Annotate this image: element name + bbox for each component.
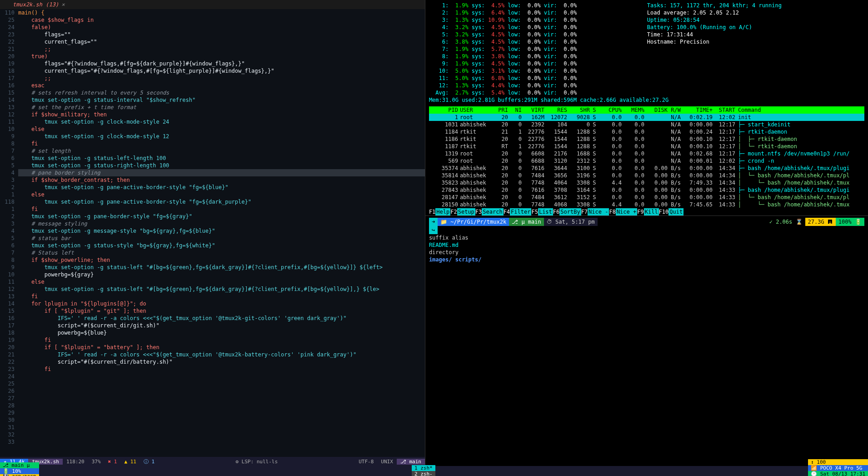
process-row[interactable]: 569root200668831202312S0.00.0N/A0:00.011… [429, 157, 864, 165]
fkey-help[interactable]: F1 [429, 208, 435, 215]
code-line[interactable]: # message styling [18, 220, 425, 227]
code-line[interactable]: IFS=' ' read -r -a colors <<<"$(get_tmux… [18, 351, 425, 358]
code-line[interactable]: # status bar [18, 235, 425, 242]
code-line[interactable]: tmux set-option -g message-style "bg=${g… [18, 227, 425, 235]
code-line[interactable]: script="#($current_dir/git.sh)" [18, 322, 425, 329]
process-header[interactable]: PIDUSERPRINIVIRTRESSHRSCPU%MEM%DISK R/WT… [429, 106, 864, 114]
code-line[interactable]: # sets refresh interval to every 5 secon… [18, 89, 425, 96]
code-line[interactable]: else [18, 125, 425, 133]
tmux-seg[interactable]: 💾 2GB/30GB [0, 474, 39, 476]
fkey-setup[interactable]: F2 [450, 208, 457, 215]
fkey-search[interactable]: F3 [475, 208, 482, 215]
code-line[interactable]: fi [18, 336, 425, 344]
process-row[interactable]: 27843abhishek200761637083164S0.00.00.00 … [429, 186, 864, 194]
code-line[interactable]: fi [18, 293, 425, 300]
htop-function-keys[interactable]: F1Help F2Setup F3SearchF4FilterF5List F6… [429, 208, 864, 215]
tmux-seg[interactable]: 🕐 Sat 08/13 17:31 [808, 471, 868, 476]
code-line[interactable]: if $show_powerline; then [18, 256, 425, 264]
code-line[interactable]: flags="#{?window_flags,#[fg=${dark_purpl… [18, 60, 425, 67]
code-line[interactable]: fi [18, 366, 425, 373]
fkey-list[interactable]: F5 [531, 208, 538, 215]
code-line[interactable]: tmux set-option -g clock-mode-style 12 [18, 133, 425, 140]
battery-status: Battery: 100.0% (Running on A/C) [647, 24, 864, 31]
code-line[interactable]: # Status left [18, 249, 425, 256]
code-line[interactable]: tmux set-option -g status-interval "$sho… [18, 96, 425, 104]
info-count: ⓘ 1 [140, 458, 158, 465]
code-line[interactable]: else [18, 278, 425, 286]
process-list[interactable]: 1root200162M120729028S0.00.0N/A0:02.1912… [429, 114, 864, 208]
code-line[interactable]: ;; [18, 45, 425, 53]
code-line[interactable]: tmux set-option -g clock-mode-style 24 [18, 118, 425, 125]
code-line[interactable]: false) [18, 24, 425, 31]
code-line[interactable]: if $show_military; then [18, 111, 425, 118]
uptime: Uptime: 05:28:54 [647, 16, 864, 24]
prompt-continuation-icon: ↪ [429, 226, 438, 234]
process-row[interactable]: 1184rtkit2112277615441288S0.00.0N/A0:00.… [429, 128, 864, 135]
fkey-kill[interactable]: F9 [637, 208, 644, 215]
code-line[interactable]: if $show_border_contrast; then [18, 176, 425, 184]
close-icon[interactable]: × [61, 1, 65, 8]
code-line[interactable]: tmux set-option -g pane-active-border-st… [18, 184, 425, 191]
code-line[interactable]: ;; [18, 75, 425, 82]
code-line[interactable]: tmux set-option -g pane-active-border-st… [18, 198, 425, 205]
process-row[interactable]: 1186rtkit2002277615441288S0.00.0N/A0:00.… [429, 135, 864, 143]
tmux-seg[interactable]: 📶 POCO X4 Pro 5G [808, 465, 868, 471]
code-line[interactable]: powerbg=${blue} [18, 329, 425, 336]
fkey-nice -[interactable]: F7 [581, 208, 588, 215]
process-row[interactable]: 35374abhishek200761636443100S0.00.00.00 … [429, 165, 864, 172]
system-info: Tasks: 157, 1172 thr, 204 kthr; 4 runnin… [638, 2, 864, 96]
tmux-seg[interactable]: 🔋 10% [0, 468, 39, 474]
right-pane: 1: 1.9% sys: 4.5% low: 0.0% vir: 0.0% 2:… [425, 0, 868, 466]
code-line[interactable]: fi [18, 140, 425, 147]
battery-pct: 100% 🔋 [836, 218, 864, 226]
code-line[interactable]: tmux set-option -g status-style "bg=${gr… [18, 242, 425, 249]
code-line[interactable]: if [ "$lplugin" = "battery" ]; then [18, 344, 425, 351]
process-row[interactable]: 28147abhishek200748436123152S0.00.00.00 … [429, 194, 864, 201]
editor-tab[interactable]: tmux2k.sh (13)× [9, 1, 68, 8]
tmux-seg[interactable]: 1 zsh* [412, 465, 435, 471]
code-line[interactable]: # pane border styling [18, 169, 425, 176]
code-line[interactable]: tmux set-option -g status-left "#[bg=${g… [18, 264, 425, 271]
code-line[interactable]: main() { [18, 9, 425, 16]
process-row[interactable]: 28150abhishek200774840683308S4.40.00.00 … [429, 201, 864, 208]
terminal-pane[interactable]: ➜ 📁 ~/Pr/Gi/Pr/tmux2k ⎇ μ main ⏱ Sat, 5:… [425, 215, 868, 466]
code-line[interactable]: IFS=' ' read -r -a colors <<<"$(get_tmux… [18, 315, 425, 322]
process-row[interactable]: 1root200162M120729028S0.00.0N/A0:02.1912… [429, 114, 864, 121]
code-line[interactable]: else [18, 191, 425, 198]
fkey-filter[interactable]: F4 [504, 208, 510, 215]
code-line[interactable]: # set the prefix + t time format [18, 104, 425, 111]
code-line[interactable]: powerbg=${gray} [18, 271, 425, 278]
fkey-sortby[interactable]: F6 [553, 208, 559, 215]
process-row[interactable]: 35814abhishek200748436563196S0.00.00.00 … [429, 172, 864, 179]
process-row[interactable]: 1319root200660821761688S0.00.0N/A0:02.68… [429, 150, 864, 157]
fkey-nice +[interactable]: F8 [609, 208, 615, 215]
code-line[interactable]: if [ "$lplugin" = "git" ]; then [18, 307, 425, 315]
code-line[interactable]: # set length [18, 147, 425, 155]
tmux-seg[interactable]: ↕ 100 [808, 459, 868, 465]
fkey-quit[interactable]: F10 [659, 208, 669, 215]
git-branch: ⎇ main [397, 459, 425, 465]
code-line[interactable]: script="#($current_dir/battery.sh)" [18, 358, 425, 366]
process-row[interactable]: 1187rtkitRT12277615441288S0.00.0N/A0:00.… [429, 143, 864, 150]
code-line[interactable]: true) [18, 53, 425, 60]
tmux-seg[interactable]: 2 zsh- [412, 471, 435, 476]
process-row[interactable]: 1031abhishek20023921040S0.00.0N/A0:00.00… [429, 121, 864, 128]
code-line[interactable]: tmux set-option -g status-left-length 10… [18, 155, 425, 162]
code-line[interactable]: current_flags="#{?window_flags,#[fg=${li… [18, 67, 425, 75]
vim-statusline: ★ 11.4k tmux2k.sh 118:20 37% ✖ 1 ▲ 11 ⓘ … [0, 457, 425, 466]
encoding: UTF-8 [355, 459, 377, 465]
code-line[interactable]: tmux set-option -g status-right-length 1… [18, 162, 425, 169]
cpu-meters: 1: 1.9% sys: 4.5% low: 0.0% vir: 0.0% 2:… [429, 2, 638, 96]
htop-panel[interactable]: 1: 1.9% sys: 4.5% low: 0.0% vir: 0.0% 2:… [425, 0, 868, 215]
code-editor[interactable]: 1102524232221201918171615141312111098765… [0, 9, 425, 457]
code-line[interactable]: esac [18, 82, 425, 89]
tmux-seg[interactable]: ⎇ main μ [0, 462, 39, 468]
code-line[interactable]: tmux set-option -g status-left "#[bg=${g… [18, 286, 425, 293]
code-line[interactable]: fi [18, 205, 425, 213]
code-line[interactable]: current_flags="" [18, 38, 425, 45]
code-line[interactable]: case $show_flags in [18, 16, 425, 24]
process-row[interactable]: 35823abhishek200774840643308S4.40.00.00 … [429, 179, 864, 186]
code-line[interactable]: flags="" [18, 31, 425, 38]
code-line[interactable]: tmux set-option -g pane-border-style "fg… [18, 213, 425, 220]
code-line[interactable]: for lplugin in "${lplugins[@]}"; do [18, 300, 425, 307]
